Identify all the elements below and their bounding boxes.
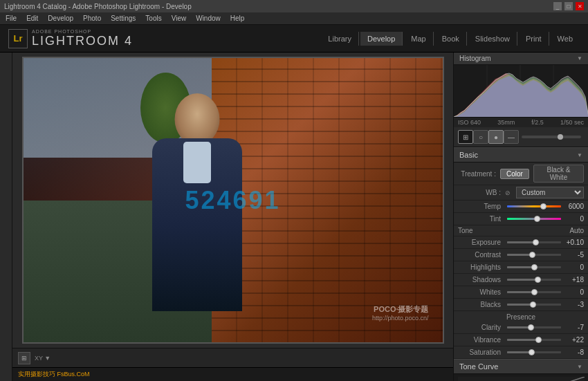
main-layout: 524691 POCO·摄影专题 http://photo.poco.cn/ ⊞… (0, 53, 588, 381)
wb-eyedropper-icon[interactable]: ⊘ (505, 189, 513, 196)
tools-row: ⊞ ○ ● — (454, 127, 588, 147)
wb-select[interactable]: Custom As Shot Auto Daylight Cloudy Shad… (516, 187, 584, 198)
photo-container[interactable]: 524691 POCO·摄影专题 http://photo.poco.cn/ (12, 53, 453, 348)
wb-row: WB : ⊘ Custom As Shot Auto Daylight Clou… (454, 185, 588, 201)
histogram-triangle: ▼ (577, 55, 582, 62)
lr-badge: Lr (8, 29, 28, 48)
tint-slider[interactable] (507, 218, 561, 220)
slider-value-3: +18 (563, 276, 584, 284)
treatment-color-btn[interactable]: Color (500, 169, 529, 179)
menu-help[interactable]: Help (230, 15, 245, 22)
slider-label-1: Contrast (458, 251, 505, 259)
tab-slideshow[interactable]: Slideshow (468, 32, 517, 46)
histogram-header[interactable]: Histogram ▼ (454, 53, 588, 65)
lightroom-title: LIGHTROOM 4 (32, 34, 133, 48)
slider-label-3: Shadows (458, 276, 505, 284)
tool-heal[interactable]: ○ (473, 130, 488, 144)
slider-row-whites: Whites 0 (454, 286, 588, 299)
slider-track-4[interactable] (507, 291, 561, 293)
presence-label: Presence (454, 311, 588, 322)
slider-value-5: -3 (563, 301, 584, 308)
xy-display[interactable]: XY ▼ (35, 355, 50, 362)
menu-settings[interactable]: Settings (111, 15, 136, 22)
tab-book[interactable]: Book (435, 32, 467, 46)
tone-curve-header[interactable]: Tone Curve ▼ (454, 359, 588, 374)
menu-window[interactable]: Window (196, 15, 221, 22)
svg-rect-4 (458, 377, 585, 381)
menu-view[interactable]: View (172, 15, 187, 22)
slider-thumb-1 (529, 252, 535, 258)
presence-track-2[interactable] (507, 351, 561, 353)
histogram-info: ISO 640 35mm f/2.5 1/50 sec (454, 117, 588, 127)
basic-title: Basic (459, 151, 478, 159)
tab-develop[interactable]: Develop (360, 32, 403, 46)
bottom-bar-text: 实用摄影技巧 FsBus.CoM (18, 370, 90, 379)
slider-track-2[interactable] (507, 266, 561, 268)
slider-value-4: 0 (563, 288, 584, 296)
tool-crop[interactable]: ⊞ (458, 130, 473, 144)
tone-label: Tone (458, 227, 473, 234)
slider-label-4: Whites (458, 288, 505, 296)
temp-value: 6000 (563, 203, 584, 210)
hist-focal: 35mm (497, 119, 515, 126)
hist-iso: ISO 640 (458, 119, 481, 126)
slider-thumb-4 (531, 289, 538, 295)
menu-edit[interactable]: Edit (26, 15, 38, 22)
presence-label-1: Vibrance (458, 336, 505, 344)
tab-map[interactable]: Map (404, 32, 433, 46)
presence-label-2: Saturation (458, 349, 505, 356)
tint-thumb (534, 216, 540, 222)
tone-curve-triangle: ▼ (577, 364, 582, 370)
right-panel[interactable]: Histogram ▼ (453, 53, 588, 381)
tone-curve-preview (454, 374, 588, 381)
slider-track-1[interactable] (507, 254, 561, 256)
treatment-bw-btn[interactable]: Black & White (533, 165, 584, 183)
slider-thumb-3 (535, 277, 541, 283)
presence-track-0[interactable] (507, 326, 561, 328)
tool-adjust[interactable]: ● (488, 130, 504, 144)
presence-value-2: -8 (563, 349, 584, 356)
presence-row-saturation: Saturation -8 (454, 346, 588, 359)
menu-develop[interactable]: Develop (48, 15, 73, 22)
menu-file[interactable]: File (6, 15, 17, 22)
slider-value-2: 0 (563, 263, 584, 271)
tab-print[interactable]: Print (519, 32, 549, 46)
maximize-button[interactable]: □ (564, 2, 573, 10)
menu-photo[interactable]: Photo (83, 15, 101, 22)
window-title: Lightroom 4 Catalog - Adobe Photoshop Li… (4, 3, 192, 10)
slider-track-0[interactable] (507, 241, 561, 243)
slider-thumb-5 (530, 301, 536, 308)
close-button[interactable]: ✕ (576, 2, 584, 10)
slider-track-5[interactable] (507, 304, 561, 306)
slider-row-blacks: Blacks -3 (454, 299, 588, 311)
temp-slider[interactable] (507, 205, 561, 207)
tool-slider-thumb (558, 134, 563, 140)
photo-frame: 524691 POCO·摄影专题 http://photo.poco.cn/ (22, 57, 444, 344)
tint-row: Tint 0 (454, 213, 588, 225)
slider-label-0: Exposure (458, 239, 505, 246)
bottom-bar: 实用摄影技巧 FsBus.CoM (12, 367, 453, 381)
tone-auto-button[interactable]: Auto (569, 227, 584, 234)
histogram-section: Histogram ▼ (454, 53, 588, 127)
slider-row-contrast: Contrast -5 (454, 249, 588, 261)
tone-row: Tone Auto (454, 225, 588, 236)
tool-slider[interactable] (522, 136, 581, 138)
basic-triangle: ▼ (577, 152, 582, 158)
tool-grad[interactable]: — (504, 130, 519, 144)
menu-tools[interactable]: Tools (145, 15, 161, 22)
filmstrip-btn-left[interactable]: ⊞ (18, 352, 30, 364)
presence-track-1[interactable] (507, 339, 561, 341)
tab-library[interactable]: Library (321, 32, 359, 46)
window-controls: _ □ ✕ (553, 2, 584, 10)
adobe-text: ADOBE PHOTOSHOP (32, 29, 133, 34)
histogram-title: Histogram (459, 55, 491, 62)
minimize-button[interactable]: _ (553, 2, 562, 10)
filmstrip-bar: ⊞ XY ▼ (12, 348, 453, 367)
slider-track-3[interactable] (507, 279, 561, 281)
presence-value-0: -7 (563, 324, 584, 331)
presence-thumb-0 (528, 324, 534, 331)
basic-section-header[interactable]: Basic ▼ (454, 147, 588, 162)
slider-value-0: +0.10 (563, 239, 584, 246)
treatment-row: Treatment : Color Black & White (454, 162, 588, 185)
tab-web[interactable]: Web (551, 32, 580, 46)
